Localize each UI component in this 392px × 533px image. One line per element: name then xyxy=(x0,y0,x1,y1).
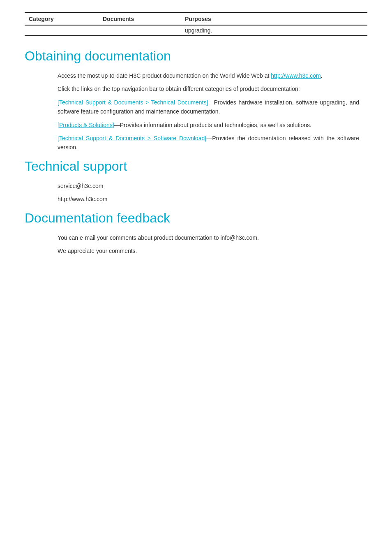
table-row: upgrading. xyxy=(25,25,367,36)
obtaining-para1-text: Access the most up-to-date H3C product d… xyxy=(58,72,271,79)
products-solutions-link[interactable]: [Products & Solutions] xyxy=(58,122,114,128)
table-cell-documents xyxy=(99,25,181,36)
technical-support-content: service@h3c.com http://www.h3c.com xyxy=(58,181,359,204)
obtaining-link3-paragraph: [Technical Support & Documents > Softwar… xyxy=(58,134,359,152)
obtaining-paragraph2: Click the links on the top navigation ba… xyxy=(58,84,359,93)
table-header-category: Category xyxy=(25,13,99,25)
link2-rest-text: —Provides information about products and… xyxy=(114,122,311,128)
feedback-paragraph2: We appreciate your comments. xyxy=(58,246,359,255)
documentation-feedback-heading: Documentation feedback xyxy=(25,211,367,226)
documentation-feedback-content: You can e-mail your comments about produ… xyxy=(58,233,359,256)
technical-docs-link[interactable]: [Technical Support & Documents > Technic… xyxy=(58,99,208,106)
obtaining-section: Obtaining documentation Access the most … xyxy=(25,49,367,152)
obtaining-heading: Obtaining documentation xyxy=(25,49,367,64)
obtaining-link1-paragraph: [Technical Support & Documents > Technic… xyxy=(58,98,359,116)
table-header-purposes: Purposes xyxy=(181,13,367,25)
obtaining-content: Access the most up-to-date H3C product d… xyxy=(58,71,359,152)
software-download-link[interactable]: [Technical Support & Documents > Softwar… xyxy=(58,135,206,141)
table-cell-category xyxy=(25,25,99,36)
technical-support-email: service@h3c.com xyxy=(58,181,359,190)
h3c-link-main[interactable]: http://www.h3c.com xyxy=(271,72,321,79)
technical-support-section: Technical support service@h3c.com http:/… xyxy=(25,159,367,204)
technical-support-website: http://www.h3c.com xyxy=(58,195,359,204)
category-table: Category Documents Purposes upgrading. xyxy=(25,12,367,36)
table-header-documents: Documents xyxy=(99,13,181,25)
documentation-feedback-section: Documentation feedback You can e-mail yo… xyxy=(25,211,367,256)
feedback-paragraph1: You can e-mail your comments about produ… xyxy=(58,233,359,242)
obtaining-link2-paragraph: [Products & Solutions]—Provides informat… xyxy=(58,121,359,130)
table-cell-purposes: upgrading. xyxy=(181,25,367,36)
technical-support-heading: Technical support xyxy=(25,159,367,174)
obtaining-para1-period: . xyxy=(321,72,323,79)
obtaining-paragraph1: Access the most up-to-date H3C product d… xyxy=(58,71,359,80)
